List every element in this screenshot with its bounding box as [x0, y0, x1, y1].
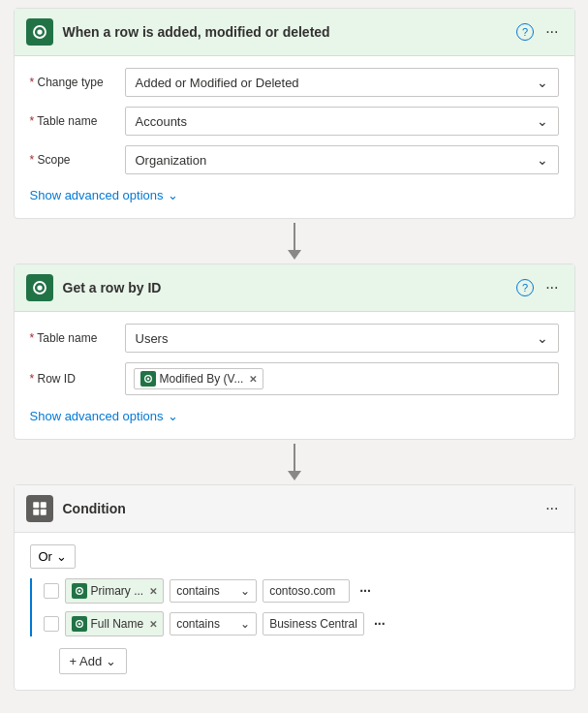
- change-type-chevron: ⌄: [537, 75, 548, 90]
- get-row-show-advanced-label: Show advanced options: [30, 409, 164, 423]
- get-row-table-name-value: Users: [136, 331, 169, 346]
- trigger-show-advanced[interactable]: Show advanced options ⌄: [30, 184, 559, 206]
- condition-row-1-field-text: Primary ...: [91, 584, 144, 598]
- trigger-card: When a row is added, modified or deleted…: [14, 8, 575, 219]
- scope-label: * Scope: [30, 153, 117, 167]
- svg-point-5: [146, 378, 149, 381]
- condition-title: Condition: [63, 501, 533, 516]
- get-row-card: Get a row by ID ? ··· * Table name Users…: [14, 264, 575, 440]
- trigger-title: When a row is added, modified or deleted: [63, 24, 508, 40]
- connector-2: [288, 440, 301, 484]
- svg-rect-7: [40, 502, 46, 508]
- flow-container: When a row is added, modified or deleted…: [8, 8, 580, 691]
- condition-row-1-icon-svg: [75, 586, 84, 596]
- row-id-token: Modified By (V... ✕: [134, 368, 264, 389]
- table-name-row: * Table name Accounts ⌄: [30, 107, 559, 136]
- get-row-title: Get a row by ID: [63, 280, 508, 295]
- get-row-table-name-dropdown[interactable]: Users ⌄: [125, 324, 559, 353]
- trigger-header-actions: ? ···: [516, 21, 562, 43]
- condition-header-actions: ···: [542, 498, 562, 519]
- or-label: Or: [39, 549, 52, 564]
- change-type-row: * Change type Added or Modified or Delet…: [30, 68, 559, 97]
- connector-1-arrow: [288, 250, 301, 260]
- connector-2-line: [294, 444, 295, 471]
- condition-row-1-value-text: contoso.com: [269, 584, 335, 598]
- svg-rect-6: [33, 502, 39, 508]
- get-row-card-body: * Table name Users ⌄ * Row ID: [15, 312, 574, 439]
- get-row-table-name-chevron: ⌄: [537, 330, 548, 346]
- trigger-more-icon[interactable]: ···: [542, 21, 562, 43]
- condition-row-2-operator-chevron: ⌄: [240, 617, 250, 631]
- svg-point-11: [77, 590, 80, 593]
- get-row-show-advanced[interactable]: Show advanced options ⌄: [30, 405, 559, 427]
- condition-icon: [26, 495, 53, 522]
- connector-2-arrow: [288, 471, 301, 480]
- get-row-header-actions: ? ···: [516, 277, 562, 298]
- condition-row-2-checkbox[interactable]: [44, 616, 59, 632]
- svg-rect-8: [33, 510, 39, 515]
- row-id-token-icon: [140, 371, 156, 387]
- svg-point-3: [37, 285, 42, 290]
- condition-row-2-field-close[interactable]: ✕: [149, 619, 157, 630]
- scope-value: Organization: [136, 153, 207, 168]
- table-name-dropdown[interactable]: Accounts ⌄: [125, 107, 559, 136]
- trigger-help-icon[interactable]: ?: [516, 23, 534, 41]
- condition-rows-wrapper: Primary ... ✕ contains ⌄ contoso.com ···: [30, 578, 559, 636]
- condition-row-2-field[interactable]: Full Name ✕: [65, 611, 165, 636]
- trigger-show-advanced-chevron: ⌄: [168, 188, 178, 202]
- table-name-value: Accounts: [136, 114, 187, 129]
- row-id-token-close[interactable]: ✕: [249, 374, 257, 385]
- condition-row-2-value-text: Business Central: [269, 617, 357, 631]
- trigger-card-header: When a row is added, modified or deleted…: [15, 9, 574, 56]
- change-type-value: Added or Modified or Deleted: [136, 76, 299, 90]
- trigger-icon-svg: [31, 23, 48, 41]
- add-condition-button[interactable]: + Add ⌄: [59, 648, 128, 674]
- row-id-label: * Row ID: [30, 372, 117, 386]
- condition-card-body: Or ⌄ Primary ... ✕: [15, 533, 574, 690]
- change-type-dropdown[interactable]: Added or Modified or Deleted ⌄: [125, 68, 559, 97]
- condition-row-2-token-icon: [72, 616, 87, 632]
- get-row-help-icon[interactable]: ?: [516, 279, 534, 296]
- trigger-icon: [26, 18, 53, 46]
- connector-1-line: [294, 223, 295, 250]
- row-id-token-text: Modified By (V...: [160, 372, 244, 386]
- condition-row-1-more[interactable]: ···: [356, 581, 375, 601]
- condition-row-1-value[interactable]: contoso.com: [263, 579, 350, 603]
- scope-dropdown[interactable]: Organization ⌄: [125, 145, 559, 174]
- svg-point-13: [77, 623, 80, 626]
- condition-row-1-field[interactable]: Primary ... ✕: [65, 578, 165, 604]
- connector-1: [288, 219, 301, 264]
- get-row-table-name-label: * Table name: [30, 331, 117, 345]
- condition-icon-svg: [31, 500, 48, 517]
- or-chevron: ⌄: [56, 549, 67, 564]
- add-condition-label: + Add: [70, 654, 103, 668]
- condition-row-1-operator-text: contains: [176, 584, 220, 598]
- trigger-show-advanced-label: Show advanced options: [30, 188, 164, 202]
- scope-chevron: ⌄: [537, 152, 548, 168]
- condition-card-header: Condition ···: [15, 485, 574, 533]
- condition-row-1-checkbox[interactable]: [44, 583, 59, 599]
- get-row-icon: [26, 274, 53, 301]
- condition-row-1-field-close[interactable]: ✕: [149, 586, 157, 597]
- condition-row-2-more[interactable]: ···: [370, 614, 389, 634]
- row-id-token-icon-svg: [143, 374, 153, 384]
- add-condition-chevron: ⌄: [106, 654, 116, 668]
- condition-row-1-operator-chevron: ⌄: [240, 584, 250, 598]
- or-dropdown[interactable]: Or ⌄: [30, 544, 76, 569]
- condition-row-1-operator[interactable]: contains ⌄: [170, 579, 257, 603]
- get-row-more-icon[interactable]: ···: [542, 277, 562, 298]
- svg-point-1: [37, 29, 42, 34]
- condition-row-2-field-text: Full Name: [91, 617, 144, 631]
- table-name-label: * Table name: [30, 114, 117, 128]
- get-row-table-name-row: * Table name Users ⌄: [30, 324, 559, 353]
- svg-rect-9: [40, 510, 46, 515]
- scope-row: * Scope Organization ⌄: [30, 145, 559, 174]
- row-id-field[interactable]: Modified By (V... ✕: [125, 362, 559, 395]
- condition-row-2-icon-svg: [75, 619, 84, 629]
- condition-row-2-operator[interactable]: contains ⌄: [170, 612, 257, 636]
- row-id-row: * Row ID Modified By (V... ✕: [30, 362, 559, 395]
- condition-more-icon[interactable]: ···: [542, 498, 562, 519]
- condition-row-1: Primary ... ✕ contains ⌄ contoso.com ···: [36, 578, 559, 604]
- condition-row-2-value[interactable]: Business Central: [263, 612, 364, 636]
- table-name-chevron: ⌄: [537, 113, 548, 129]
